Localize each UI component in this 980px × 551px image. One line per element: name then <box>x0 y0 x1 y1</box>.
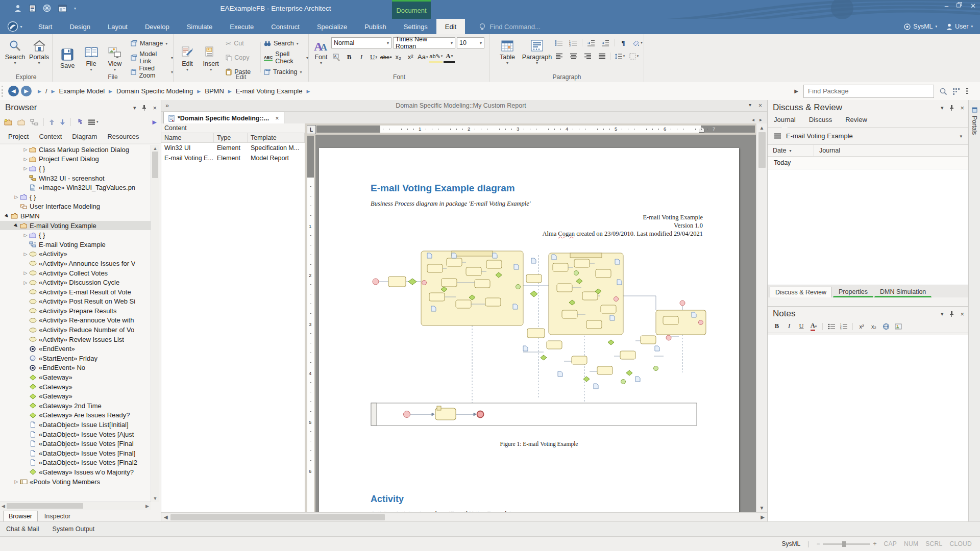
tree-item[interactable]: «Activity» Post Result on Web Si <box>0 297 151 307</box>
notes-pin-icon[interactable] <box>949 311 954 317</box>
ribbon-tab-start[interactable]: Start <box>30 19 61 34</box>
tree-expander-icon[interactable]: ▷ <box>13 479 19 484</box>
justify-button[interactable] <box>596 51 607 61</box>
tree-item[interactable]: ▷{ } <box>0 164 151 173</box>
browser-tab-resources[interactable]: Resources <box>102 131 144 142</box>
portals-button[interactable]: Portals▾ <box>27 36 51 65</box>
panel-tab-discuss-review[interactable]: Discuss & Review <box>770 287 832 297</box>
locate-icon[interactable] <box>76 118 83 126</box>
tree-item[interactable]: «StartEvent» Friday <box>0 354 151 363</box>
insert-button[interactable]: Insert▾ <box>199 43 223 72</box>
discuss-column-journal[interactable]: Journal <box>814 145 845 156</box>
tree-item[interactable]: «Activity» Announce Issues for V <box>0 259 151 268</box>
edit-button[interactable]: Edit▾ <box>176 43 199 72</box>
style-combo[interactable]: Normal▾ <box>331 37 391 48</box>
tree-item[interactable]: «DataObject» Issue Votes [Final2 <box>0 458 151 468</box>
zoom-out-icon[interactable]: − <box>816 540 820 547</box>
tree-expander-icon[interactable]: ▷ <box>22 233 29 238</box>
grid-view-icon[interactable] <box>952 88 961 95</box>
strikethrough-button[interactable]: abc▾ <box>380 52 391 62</box>
font-dialog-button[interactable]: AA Font▾ <box>311 36 331 65</box>
browser-options-icon[interactable]: ▾ <box>88 119 99 125</box>
document-vertical-scrollbar[interactable]: ▲ ▼ <box>756 123 767 512</box>
shading-button[interactable]: ▾ <box>632 38 643 48</box>
tree-item[interactable]: «Activity» Re-annouce Vote with <box>0 316 151 325</box>
document-horizontal-scrollbar[interactable]: ◀ ▶ <box>161 512 767 521</box>
underline-button[interactable]: U▾ <box>368 52 379 62</box>
superscript-button[interactable]: x² <box>405 52 416 62</box>
spell-check-button[interactable]: ABCSpell Check▾ <box>264 52 308 64</box>
tree-item[interactable]: User Interface Modeling <box>0 202 151 212</box>
align-right-button[interactable] <box>582 51 593 61</box>
quick-access-user-icon[interactable] <box>14 5 22 12</box>
tree-expander-icon[interactable]: ▷ <box>22 270 29 276</box>
tree-item[interactable]: «DataObject» Issue Votes [Final] <box>0 448 151 458</box>
numbered-list-icon[interactable]: 123 <box>839 321 849 331</box>
underline-icon[interactable]: U <box>796 321 806 331</box>
font-color-icon[interactable]: A▾ <box>808 321 819 331</box>
align-left-button[interactable] <box>553 51 565 61</box>
table-button[interactable]: Table▾ <box>494 36 521 65</box>
change-case-button[interactable]: Aa▾ <box>417 52 428 62</box>
notes-menu-icon[interactable]: ▾ <box>941 311 944 317</box>
ribbon-tab-develop[interactable]: Develop <box>136 19 178 34</box>
tree-item[interactable]: ▷{ } <box>0 230 151 240</box>
tree-item[interactable]: ▷{ } <box>0 192 151 202</box>
bullet-list-icon[interactable] <box>826 321 837 331</box>
ribbon-tab-settings[interactable]: Settings <box>395 19 436 34</box>
tree-item[interactable]: «Gateway» <box>0 372 151 382</box>
content-column-type[interactable]: Type <box>214 133 248 142</box>
discuss-tab-journal[interactable]: Journal <box>774 116 796 127</box>
tree-item[interactable]: «Gateway» <box>0 382 151 392</box>
notes-close-icon[interactable]: × <box>960 310 964 318</box>
ribbon-tab-layout[interactable]: Layout <box>99 19 136 34</box>
statusbar-perspective[interactable]: SysML <box>782 540 801 547</box>
numbered-list-button[interactable]: 123 <box>568 38 579 48</box>
tree-item[interactable]: «Gateway» Issues w'o Majority? <box>0 467 151 477</box>
cut-button[interactable]: ✂Cut <box>226 37 258 49</box>
discuss-group-today[interactable]: Today <box>768 157 968 169</box>
tree-item[interactable]: ▷«Activity» <box>0 249 151 259</box>
move-down-icon[interactable] <box>60 119 65 126</box>
discuss-pin-icon[interactable] <box>949 105 954 111</box>
indent-button[interactable] <box>600 38 611 48</box>
ribbon-tab-specialize[interactable]: Specialize <box>308 19 356 34</box>
nav-back-button[interactable]: ◀ <box>8 86 19 96</box>
minimize-button[interactable]: – <box>945 2 948 10</box>
tree-item[interactable]: ▷«Pool» Voting Members <box>0 477 151 487</box>
discuss-close-icon[interactable]: × <box>960 104 964 112</box>
tree-item[interactable]: ▶BPMN <box>0 211 151 221</box>
notes-editor[interactable] <box>768 335 968 521</box>
tree-item[interactable]: Win32 UI - screenshot <box>0 173 151 183</box>
browser-pin-icon[interactable] <box>142 105 146 111</box>
browser-expand-icon[interactable]: ▶ <box>153 119 157 126</box>
discuss-body[interactable] <box>768 169 968 285</box>
panel-tab-properties[interactable]: Properties <box>833 286 873 297</box>
italic-icon[interactable]: I <box>784 321 794 331</box>
ribbon-tab-construct[interactable]: Construct <box>262 19 308 34</box>
discuss-element-selector[interactable]: E-mail Voting Example ▾ <box>768 128 968 145</box>
workspace-menu-icon[interactable]: ▾ <box>749 102 751 109</box>
discuss-tab-discuss[interactable]: Discuss <box>809 116 832 127</box>
browser-menu-icon[interactable]: ▾ <box>133 105 136 111</box>
find-package-input[interactable] <box>803 85 934 98</box>
browser-tab-diagram[interactable]: Diagram <box>67 131 102 142</box>
align-center-button[interactable] <box>568 51 579 61</box>
tree-horizontal-scrollbar[interactable]: ◀ ▶ <box>0 502 151 510</box>
column-dropdown-icon[interactable]: ▾ <box>789 148 791 153</box>
browser-close-icon[interactable]: × <box>153 104 157 112</box>
view-button[interactable]: View▾ <box>103 43 127 72</box>
content-column-template[interactable]: Template <box>248 133 305 142</box>
ribbon-tab-publish[interactable]: Publish <box>356 19 395 34</box>
tab-list-chevron-icon[interactable]: » <box>161 102 173 109</box>
font-family-combo[interactable]: Times New Roman▾ <box>393 37 455 48</box>
dock-tab-browser[interactable]: Browser <box>3 511 38 521</box>
nav-forward-button[interactable]: ▶ <box>21 86 32 96</box>
toolbar-grip[interactable] <box>2 86 6 97</box>
save-button[interactable]: Save <box>56 45 79 69</box>
breadcrumb-item[interactable]: Domain Specific Modeling <box>116 87 193 95</box>
tree-item[interactable]: «Gateway» Are Issues Ready? <box>0 411 151 420</box>
perspective-selector[interactable]: SysML▾ <box>904 23 937 30</box>
discuss-menu-icon[interactable]: ▾ <box>941 105 944 111</box>
tree-item[interactable]: «DataObject» Issue Votes [Ajust <box>0 430 151 439</box>
